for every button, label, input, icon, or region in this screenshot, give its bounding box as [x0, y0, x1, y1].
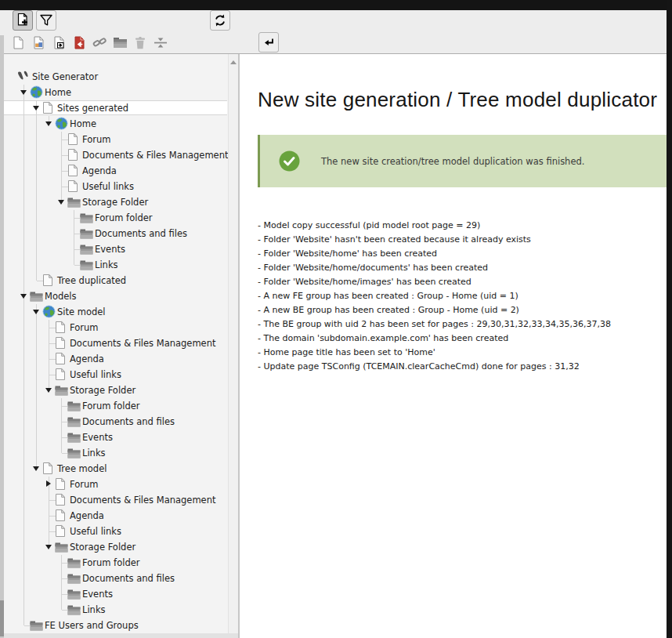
tree-guide-line	[23, 524, 24, 539]
tree-item-forum-folder[interactable]: Forum folder	[0, 555, 229, 571]
tree-guide-line	[23, 586, 24, 602]
collapse-arrow-icon[interactable]	[58, 200, 64, 205]
tree-guide-line	[23, 445, 24, 461]
tree-item-links[interactable]: Links	[0, 602, 229, 618]
left-scrollbar[interactable]	[0, 35, 4, 638]
tree-item-tree-duplicated[interactable]: Tree duplicated	[0, 273, 229, 288]
tree-item-events[interactable]: Events	[0, 430, 229, 445]
tree-item-label: Models	[45, 291, 77, 302]
tree-guide-line	[36, 163, 37, 179]
tree-item-links[interactable]: Links	[0, 257, 229, 273]
expand-arrow-icon[interactable]	[46, 480, 51, 487]
tree-guide-line	[36, 132, 37, 147]
tree-item-home[interactable]: Home	[0, 85, 229, 100]
tree-item-forum[interactable]: Forum	[0, 477, 229, 492]
tree-item-sites-generated[interactable]: Sites generated	[0, 100, 229, 116]
collapse-arrow-icon[interactable]	[20, 90, 27, 95]
tree-item-documents-files-management[interactable]: Documents & Files Management	[0, 492, 229, 508]
tree-guide-line	[36, 367, 37, 382]
left-scrollbar-thumb[interactable]	[0, 600, 4, 636]
tree-item-home[interactable]: Home	[0, 116, 229, 132]
drag-new-mountpoint-page[interactable]	[69, 32, 89, 53]
tree-item-models[interactable]: Models	[0, 288, 229, 304]
tree-item-agenda[interactable]: Agenda	[0, 508, 229, 524]
drag-new-shortcut-page[interactable]	[49, 32, 69, 53]
tree-item-tree-model[interactable]: Tree model	[0, 461, 229, 477]
tree-item-useful-links[interactable]: Useful links	[0, 367, 229, 382]
tree-item-agenda[interactable]: Agenda	[0, 163, 229, 179]
page-new-icon	[15, 13, 31, 28]
collapse-arrow-icon[interactable]	[33, 466, 39, 471]
tree-guide-line	[23, 555, 24, 571]
tree-guide-line	[23, 571, 24, 586]
tree-item-forum-folder[interactable]: Forum folder	[0, 210, 229, 226]
page-tree-icon	[55, 368, 66, 381]
tree-guide-line	[23, 461, 24, 477]
drag-new-folder[interactable]	[110, 32, 130, 53]
tree-item-storage-folder[interactable]: Storage Folder	[0, 382, 229, 398]
tree-item-documents-and-files[interactable]: Documents and files	[0, 414, 229, 430]
tree-scrollbar[interactable]	[228, 54, 238, 633]
tree-item-events[interactable]: Events	[0, 586, 229, 602]
tree-guide-line	[23, 414, 24, 430]
drag-new-page[interactable]	[8, 32, 28, 53]
tree-item-label: Home	[70, 118, 96, 129]
pagetree-toolbar	[0, 10, 667, 54]
tree-item-fe-users-and-groups[interactable]: FE Users and Groups	[0, 618, 229, 633]
tree-item-label: Links	[82, 448, 106, 459]
tree-guide-line	[23, 226, 24, 241]
tree-item-links[interactable]: Links	[0, 445, 229, 461]
tree-item-documents-files-management[interactable]: Documents & Files Management	[0, 147, 229, 163]
tree-item-events[interactable]: Events	[0, 241, 229, 257]
tree-item-forum[interactable]: Forum	[0, 132, 229, 147]
tree-item-label: Documents and files	[82, 416, 175, 427]
tree-item-site-model[interactable]: Site model	[0, 304, 229, 320]
folder-tree-icon	[80, 245, 93, 255]
drag-new-page-content[interactable]	[28, 32, 49, 53]
log-line: - A new BE group has been created : Grou…	[258, 303, 611, 317]
tree-item-documents-files-management[interactable]: Documents & Files Management	[0, 335, 229, 351]
tree-item-agenda[interactable]: Agenda	[0, 351, 229, 367]
drag-separator[interactable]	[150, 32, 171, 53]
tree-guide-line	[23, 398, 24, 414]
tree-item-label: Forum	[70, 322, 98, 333]
enter-button[interactable]	[258, 32, 279, 53]
page-tree-icon	[42, 101, 53, 114]
collapse-arrow-icon[interactable]	[45, 388, 52, 393]
new-page-toggle-button[interactable]	[13, 10, 33, 31]
tree-item-forum-folder[interactable]: Forum folder	[0, 398, 229, 414]
tree-item-useful-links[interactable]: Useful links	[0, 179, 229, 194]
tree-item-storage-folder[interactable]: Storage Folder	[0, 539, 229, 555]
collapse-arrow-icon[interactable]	[45, 545, 52, 549]
tree-item-label: Documents & Files Management	[82, 150, 229, 161]
drag-trash[interactable]	[130, 32, 150, 53]
check-circle-icon	[279, 150, 300, 172]
tree-item-storage-folder[interactable]: Storage Folder	[0, 194, 229, 210]
separator-icon	[154, 37, 168, 49]
folder-tree-icon	[67, 198, 81, 208]
tree-item-site-generator[interactable]: Site Generator	[0, 69, 229, 85]
tree-guide-line	[23, 304, 24, 320]
folder-tree-icon	[30, 292, 43, 302]
tree-item-useful-links[interactable]: Useful links	[0, 524, 229, 539]
tree-horizontal-scrollbar[interactable]	[0, 633, 238, 638]
tree-item-label: Storage Folder	[70, 385, 135, 396]
tree-item-documents-and-files[interactable]: Documents and files	[0, 571, 229, 586]
tree-item-forum[interactable]: Forum	[0, 320, 229, 335]
globe-icon	[55, 117, 68, 130]
collapse-arrow-icon[interactable]	[33, 310, 39, 314]
tree-item-label: Forum	[70, 479, 98, 490]
collapse-arrow-icon[interactable]	[45, 121, 52, 126]
folder-tree-icon	[30, 621, 43, 631]
collapse-arrow-icon[interactable]	[33, 106, 39, 111]
scroll-up-icon[interactable]	[230, 60, 237, 64]
collapse-arrow-icon[interactable]	[20, 294, 27, 299]
folder-tree-icon	[80, 260, 93, 270]
filter-toggle-button[interactable]	[36, 10, 56, 31]
tree-guide-line	[36, 226, 37, 241]
drag-new-link[interactable]	[89, 32, 110, 53]
tree-item-documents-and-files[interactable]: Documents and files	[0, 226, 229, 241]
refresh-tree-button[interactable]	[210, 10, 230, 31]
page-tree-icon	[55, 493, 66, 506]
tree-item-label: Forum folder	[82, 557, 140, 568]
